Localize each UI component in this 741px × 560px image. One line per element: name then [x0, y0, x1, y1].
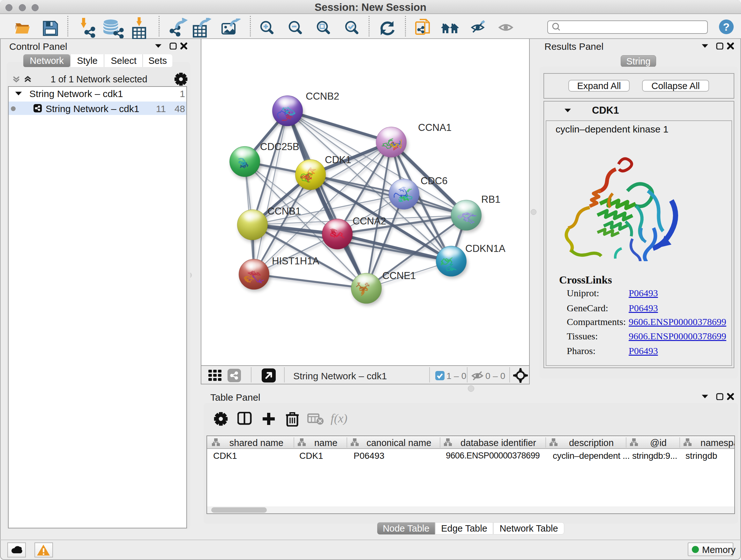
svg-text:CCNA1: CCNA1 [418, 122, 452, 133]
svg-text:CCNE1: CCNE1 [382, 270, 416, 281]
svg-text:CDKN1A: CDKN1A [465, 243, 506, 254]
svg-text:CCNA2: CCNA2 [353, 215, 386, 227]
svg-text:CCNB2: CCNB2 [306, 91, 339, 102]
svg-text:CDC6: CDC6 [421, 175, 448, 186]
svg-text:CDC25B: CDC25B [260, 141, 299, 152]
svg-text:CCNB1: CCNB1 [267, 206, 301, 217]
svg-text:CDK1: CDK1 [325, 154, 351, 165]
svg-text:RB1: RB1 [481, 194, 500, 205]
svg-text:HIST1H1A: HIST1H1A [272, 255, 319, 266]
